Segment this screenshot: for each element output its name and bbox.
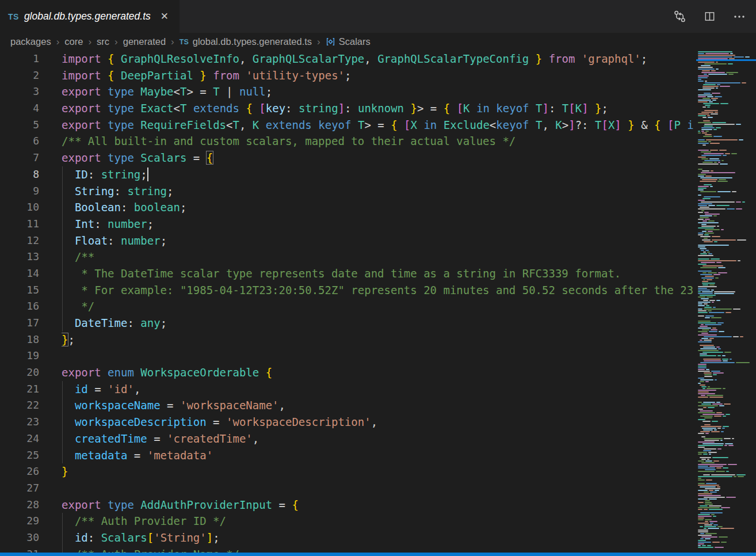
editor-pane: 1234567891011121314151617181920212223242… — [0, 51, 756, 553]
code-line[interactable]: export type Exact<T extends { [key: stri… — [62, 100, 693, 117]
breadcrumb-item-src[interactable]: src — [97, 36, 109, 47]
code-token: extends — [193, 102, 239, 115]
code-line[interactable]: export enum WorkspaceOrderable { — [62, 364, 693, 381]
code-line[interactable]: workspaceDescription = 'workspaceDescrip… — [62, 414, 693, 431]
code-line[interactable]: export type AddAuthProviderInput = { — [62, 497, 693, 513]
code-token: T — [595, 119, 601, 131]
line-number[interactable]: 14 — [0, 265, 39, 282]
line-number[interactable]: 24 — [0, 431, 39, 447]
line-number[interactable]: 2 — [0, 67, 39, 84]
code-token — [101, 52, 108, 65]
code-line[interactable]: Int: number; — [62, 216, 693, 233]
code-line[interactable]: /** — [62, 249, 693, 265]
code-line[interactable]: /** Auth Provider Name */ — [62, 546, 693, 553]
code-line[interactable]: import { GraphQLResolveInfo, GraphQLScal… — [62, 51, 693, 67]
code-line[interactable]: String: string; — [62, 183, 693, 200]
line-number[interactable]: 22 — [0, 397, 39, 414]
code-token: import — [62, 52, 101, 65]
code-line[interactable] — [62, 348, 693, 364]
code-token — [62, 218, 75, 230]
line-number[interactable]: 13 — [0, 249, 39, 265]
line-number[interactable]: 19 — [0, 348, 39, 364]
code-line[interactable]: id = 'id', — [62, 381, 693, 398]
code-token — [62, 449, 75, 462]
code-line[interactable]: createdTime = 'createdTime', — [62, 431, 693, 447]
code-area[interactable]: import { GraphQLResolveInfo, GraphQLScal… — [62, 51, 693, 553]
line-number[interactable]: 12 — [0, 233, 39, 249]
open-changes-icon[interactable] — [672, 9, 687, 24]
breadcrumb-item-scalars[interactable]: Scalars — [326, 36, 371, 47]
line-number[interactable]: 31 — [0, 546, 39, 553]
code-line[interactable]: }; — [62, 332, 693, 348]
line-number[interactable]: 11 — [0, 216, 39, 233]
line-number[interactable]: 25 — [0, 447, 39, 464]
code-token: } — [62, 333, 68, 346]
line-number[interactable]: 6 — [0, 133, 39, 150]
code-token: { — [391, 119, 397, 131]
line-number[interactable]: 21 — [0, 381, 39, 398]
code-line[interactable]: * For example: "1985-04-12T23:20:50.52Z"… — [62, 282, 693, 299]
code-line[interactable]: import { DeepPartial } from 'utility-typ… — [62, 67, 693, 84]
line-number-gutter[interactable]: 1234567891011121314151617181920212223242… — [0, 51, 39, 553]
line-number[interactable]: 8 — [0, 166, 39, 183]
line-number[interactable]: 23 — [0, 414, 39, 431]
line-number[interactable]: 16 — [0, 298, 39, 315]
code-token — [542, 52, 548, 65]
line-number[interactable]: 17 — [0, 315, 39, 332]
line-number[interactable]: 5 — [0, 117, 39, 134]
code-token — [621, 119, 628, 131]
line-number[interactable]: 15 — [0, 282, 39, 299]
line-number[interactable]: 1 — [0, 51, 39, 67]
breadcrumb-item-packages[interactable]: packages — [10, 36, 51, 47]
code-token: T — [358, 119, 364, 131]
code-line[interactable]: } — [62, 463, 693, 480]
close-tab-icon[interactable]: ✕ — [159, 10, 170, 22]
split-editor-icon[interactable] — [702, 9, 717, 24]
breadcrumb-item-core[interactable]: core — [64, 36, 83, 47]
code-line[interactable]: ID: string; — [62, 166, 693, 183]
code-token: T — [180, 85, 186, 98]
tab-global-db-types-generated-ts[interactable]: TS global.db.types.generated.ts ✕ — [0, 0, 180, 33]
code-line[interactable]: /** Auth Provider ID */ — [62, 513, 693, 530]
line-number[interactable]: 10 — [0, 199, 39, 216]
code-line[interactable]: export type Scalars = { — [62, 150, 693, 166]
more-actions-icon[interactable] — [732, 9, 747, 24]
code-line[interactable]: /** All built-in and custom scalars, map… — [62, 133, 693, 150]
code-token: extends — [266, 119, 312, 131]
code-token: 'workspaceDescription' — [226, 416, 371, 428]
code-line[interactable]: */ — [62, 298, 693, 315]
line-number[interactable]: 28 — [0, 497, 39, 513]
code-token — [62, 317, 75, 329]
minimap[interactable] — [696, 51, 756, 553]
code-line[interactable]: metadata = 'metadata' — [62, 447, 693, 464]
code-token: T — [536, 102, 542, 115]
line-number[interactable]: 4 — [0, 100, 39, 117]
code-line[interactable]: DateTime: any; — [62, 315, 693, 332]
code-token: = — [147, 432, 167, 445]
editor-actions — [672, 0, 756, 33]
breadcrumb-item-global-db-types-generated-ts[interactable]: TSglobal.db.types.generated.ts — [180, 36, 312, 47]
code-line[interactable] — [62, 480, 693, 497]
code-token: , — [134, 383, 140, 395]
line-number[interactable]: 27 — [0, 480, 39, 497]
line-number[interactable]: 20 — [0, 364, 39, 381]
code-line[interactable]: id: Scalars['String']; — [62, 530, 693, 546]
line-number[interactable]: 26 — [0, 463, 39, 480]
code-token — [101, 151, 108, 164]
breadcrumb-item-generated[interactable]: generated — [123, 36, 166, 47]
code-line[interactable]: Boolean: boolean; — [62, 199, 693, 216]
line-number[interactable]: 30 — [0, 530, 39, 546]
code-line[interactable]: Float: number; — [62, 233, 693, 249]
code-line[interactable]: * The DateTime scalar type represents da… — [62, 265, 693, 282]
line-number[interactable]: 18 — [0, 332, 39, 348]
code-token: } — [200, 69, 206, 82]
line-number[interactable]: 29 — [0, 513, 39, 530]
line-number[interactable]: 3 — [0, 83, 39, 100]
line-number[interactable]: 7 — [0, 150, 39, 166]
line-number[interactable]: 9 — [0, 183, 39, 200]
code-token — [62, 399, 75, 412]
code-line[interactable]: export type Maybe<T> = T | null; — [62, 83, 693, 100]
code-line[interactable]: export type RequireFields<T, K extends k… — [62, 117, 693, 134]
typescript-file-icon: TS — [8, 12, 19, 21]
code-line[interactable]: workspaceName = 'workspaceName', — [62, 397, 693, 414]
